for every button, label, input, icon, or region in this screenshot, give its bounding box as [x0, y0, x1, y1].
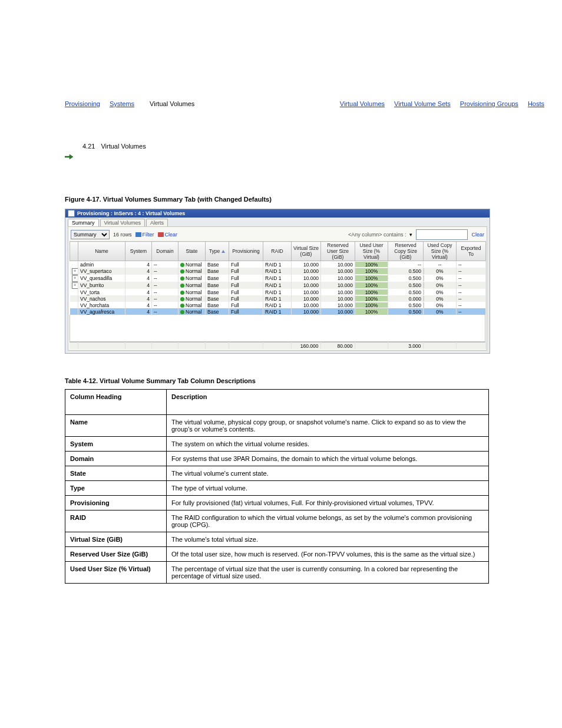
ruser-cell: 10.000 — [321, 295, 355, 302]
desc-colname: Reserved User Size (GiB) — [65, 547, 167, 562]
crumb-systems[interactable]: Systems — [110, 100, 134, 107]
prov-cell: Full — [229, 302, 263, 308]
clear-icon — [158, 232, 164, 237]
system-cell: 4 — [125, 261, 152, 268]
desc-colname: Name — [65, 415, 167, 437]
crumb-provisioning[interactable]: Provisioning — [65, 100, 100, 107]
tab-alerts[interactable]: Alerts — [146, 219, 168, 226]
table-row[interactable]: +VV_supertaco4--NormalBaseFullRAID 110.0… — [70, 268, 486, 275]
desc-desc: The virtual volume's current state. — [167, 466, 489, 481]
exported-cell: -- — [457, 308, 486, 315]
uuser-cell: 100% — [355, 268, 388, 275]
prov-cell: Full — [229, 308, 263, 315]
desc-desc: The virtual volume, physical copy group,… — [167, 415, 489, 437]
ucopy-cell: -- — [424, 261, 457, 268]
prov-cell: Full — [229, 275, 263, 282]
col-name[interactable]: Name — [78, 242, 125, 261]
expander-cell: + — [70, 268, 78, 275]
table-row[interactable]: VV_horchata4--NormalBaseFullRAID 110.000… — [70, 302, 486, 308]
link-hosts[interactable]: Hosts — [528, 100, 544, 107]
clear-link[interactable]: Clear — [158, 232, 178, 238]
rcopy-cell: 0.500 — [388, 275, 424, 282]
col-expander[interactable] — [70, 242, 78, 261]
col-domain[interactable]: Domain — [152, 242, 178, 261]
type-cell: Base — [206, 308, 229, 315]
rows-count: 16 rows — [113, 232, 132, 238]
desc-row: StateThe virtual volume's current state. — [65, 466, 489, 481]
table-row[interactable]: VV_aguafresca4--NormalBaseFullRAID 110.0… — [70, 308, 486, 315]
table-row[interactable]: admin4--NormalBaseFullRAID 110.00010.000… — [70, 261, 486, 268]
crumb-current: Virtual Volumes — [150, 100, 194, 107]
exported-cell: -- — [457, 295, 486, 302]
link-vv-sets[interactable]: Virtual Volume Sets — [394, 100, 451, 107]
system-cell: 4 — [125, 268, 152, 275]
expand-icon[interactable]: + — [72, 268, 78, 275]
desc-colname: Domain — [65, 452, 167, 466]
filter-icon — [135, 232, 141, 237]
col-raid[interactable]: RAID — [263, 242, 292, 261]
col-provisioning[interactable]: Provisioning — [229, 242, 263, 261]
col-system[interactable]: System — [125, 242, 152, 261]
expander-cell — [70, 295, 78, 302]
type-cell: Base — [206, 261, 229, 268]
domain-cell: -- — [152, 282, 178, 289]
link-prov-groups[interactable]: Provisioning Groups — [460, 100, 518, 107]
state-cell: Normal — [178, 289, 206, 295]
vsize-cell: 10.000 — [292, 275, 321, 282]
col-ucopy[interactable]: Used Copy Size (% Virtual) — [424, 242, 457, 261]
filter-input[interactable] — [416, 229, 468, 240]
state-dot-icon — [180, 310, 184, 314]
prov-cell: Full — [229, 289, 263, 295]
filter-link[interactable]: Filter — [135, 232, 154, 238]
table-row[interactable]: +VV_quesadilla4--NormalBaseFullRAID 110.… — [70, 275, 486, 282]
desc-colname: Type — [65, 481, 167, 496]
rcopy-cell: 0.500 — [388, 289, 424, 295]
name-cell: admin — [78, 261, 125, 268]
desc-col-description: Description — [167, 390, 489, 415]
table-row[interactable]: VV_torta4--NormalBaseFullRAID 110.00010.… — [70, 289, 486, 295]
clear-right-link[interactable]: Clear — [471, 232, 484, 238]
col-ruser[interactable]: Reserved User Size (GiB) — [321, 242, 355, 261]
domain-cell: -- — [152, 295, 178, 302]
col-uuser[interactable]: Used User Size (% Virtual) — [355, 242, 388, 261]
desc-table: Column Heading Description NameThe virtu… — [65, 389, 489, 584]
col-state[interactable]: State — [178, 242, 206, 261]
figure-heading: Figure 4-17. Virtual Volumes Summary Tab… — [65, 196, 544, 203]
raid-cell: RAID 1 — [263, 261, 292, 268]
vsize-cell: 10.000 — [292, 282, 321, 289]
domain-cell: -- — [152, 289, 178, 295]
tab-summary[interactable]: Summary — [68, 219, 99, 226]
ucopy-cell: 0% — [424, 302, 457, 308]
grid-header: Name System Domain State Type Provisioni… — [70, 242, 486, 261]
link-virtual-volumes[interactable]: Virtual Volumes — [340, 100, 385, 107]
col-type[interactable]: Type — [206, 242, 229, 261]
state-cell: Normal — [178, 295, 206, 302]
name-cell: VV_torta — [78, 289, 125, 295]
desc-desc: The percentage of virtual size that the … — [167, 562, 489, 584]
state-dot-icon — [180, 269, 184, 274]
tab-virtual-volumes[interactable]: Virtual Volumes — [100, 219, 145, 226]
total-rcopy: 3.000 — [388, 342, 423, 350]
table-row[interactable]: +VV_burrito4--NormalBaseFullRAID 110.000… — [70, 282, 486, 289]
col-vsize[interactable]: Virtual Size (GiB) — [292, 242, 321, 261]
exported-cell: -- — [457, 302, 486, 308]
type-cell: Base — [206, 295, 229, 302]
expand-icon[interactable]: + — [72, 282, 78, 289]
rcopy-cell: 0.000 — [388, 295, 424, 302]
col-exported[interactable]: Exported To — [457, 242, 486, 261]
type-cell: Base — [206, 302, 229, 308]
state-cell: Normal — [178, 275, 206, 282]
dropdown-arrow-icon[interactable]: ▾ — [409, 232, 412, 238]
system-cell: 4 — [125, 282, 152, 289]
chapter-text: Virtual Volumes — [101, 143, 146, 150]
ruser-cell: 10.000 — [321, 289, 355, 295]
col-rcopy[interactable]: Reserved Copy Size (GiB) — [388, 242, 424, 261]
view-select[interactable]: Summary — [71, 230, 110, 239]
table-row[interactable]: VV_nachos4--NormalBaseFullRAID 110.00010… — [70, 295, 486, 302]
expand-icon[interactable]: + — [72, 275, 78, 282]
system-cell: 4 — [125, 295, 152, 302]
state-dot-icon — [180, 291, 184, 295]
prov-cell: Full — [229, 282, 263, 289]
rcopy-cell: 0.500 — [388, 268, 424, 275]
desc-row: SystemThe system on which the virtual vo… — [65, 437, 489, 452]
